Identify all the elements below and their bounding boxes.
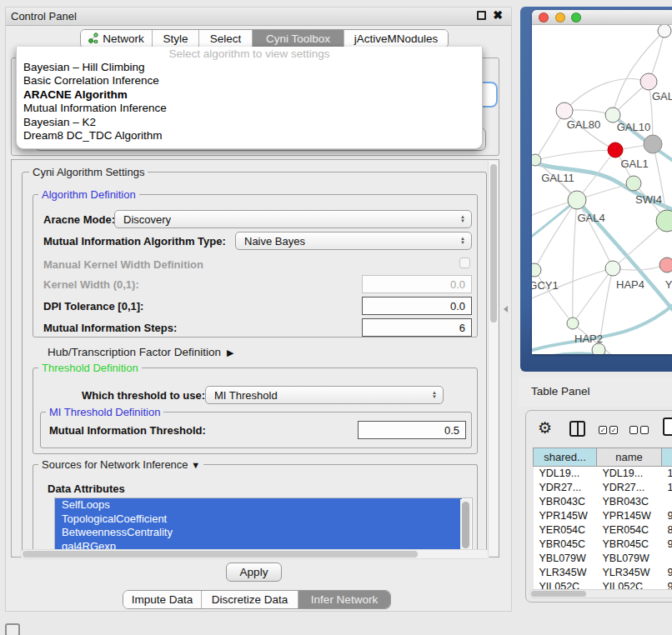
network-node[interactable] <box>608 142 623 158</box>
table-cell[interactable]: 12 <box>662 481 672 495</box>
network-node[interactable] <box>659 258 672 272</box>
sources-group-title[interactable]: Sources for Network Inference ▼ <box>38 458 203 471</box>
table-cell[interactable]: YDR27... <box>597 481 662 495</box>
tab-network[interactable]: Network <box>81 30 153 48</box>
network-canvas[interactable]: GALGAL80GAL10GAL1GAL11SWI4GAL4GCY1HAP4YH… <box>532 25 672 354</box>
table-column-header[interactable]: shared... <box>534 448 597 467</box>
attribute-list-item[interactable]: TopologicalCoefficient <box>55 512 462 527</box>
table-cell[interactable]: 13 <box>662 467 672 481</box>
algorithm-option[interactable]: Basic Correlation Inference <box>17 74 482 88</box>
table-cell[interactable]: YER054C <box>534 523 597 538</box>
gear-icon[interactable]: ⚙ <box>538 418 552 438</box>
attribute-list-item[interactable]: BetweennessCentrality <box>55 526 462 540</box>
mi-steps-input[interactable] <box>362 318 472 337</box>
table-cell[interactable]: YBR043C <box>597 495 662 509</box>
algorithm-option[interactable]: ARACNE Algorithm <box>17 88 482 102</box>
network-edge[interactable] <box>534 270 573 323</box>
table-cell[interactable]: 9. <box>662 566 672 580</box>
table-cell[interactable]: YBR045C <box>534 538 597 552</box>
table-horizontal-scrollbar[interactable] <box>529 589 672 598</box>
close-traffic-light-icon[interactable] <box>539 12 549 22</box>
network-node[interactable] <box>658 25 671 38</box>
table-cell[interactable]: YPR145W <box>534 509 597 523</box>
table-cell[interactable]: 9. <box>662 509 672 523</box>
kernel-width-input[interactable] <box>362 275 472 293</box>
tab-select[interactable]: Select <box>199 30 253 48</box>
network-node[interactable] <box>556 102 573 119</box>
table-row[interactable]: YPR145WYPR145W9. <box>534 509 672 523</box>
table-row[interactable]: YBL079WYBL079W <box>534 552 672 566</box>
table-row[interactable]: YDR27...YDR27...12 <box>534 481 672 495</box>
table-cell[interactable]: YBL079W <box>534 552 597 566</box>
table-cell[interactable]: YPR145W <box>597 509 662 523</box>
tab-infer-network[interactable]: Infer Network <box>298 591 390 608</box>
manual-kernel-width-checkbox[interactable] <box>459 258 470 268</box>
table-function-icon[interactable] <box>663 418 672 436</box>
which-threshold-combobox[interactable]: MI Threshold ▲▼ <box>205 386 444 404</box>
apply-button[interactable]: Apply <box>226 562 282 582</box>
table-cell[interactable]: YBL079W <box>597 552 662 566</box>
deselect-all-icon[interactable] <box>629 426 649 434</box>
table-cell[interactable]: 8. <box>662 523 672 538</box>
data-attributes-list[interactable]: SelfLoopsTopologicalCoefficientBetweenne… <box>54 498 473 552</box>
settings-vscroll-thumb[interactable] <box>490 164 497 322</box>
zoom-traffic-light-icon[interactable] <box>571 12 581 22</box>
algorithm-option[interactable]: Mutual Information Inference <box>17 102 482 115</box>
mi-threshold-input[interactable] <box>358 421 466 439</box>
table-cell[interactable]: YER054C <box>597 523 662 538</box>
table-cell[interactable] <box>662 552 672 566</box>
tab-style[interactable]: Style <box>153 30 199 48</box>
select-all-icon[interactable]: ✓ ✓ <box>599 426 618 434</box>
minimized-panel-icon[interactable] <box>5 623 20 635</box>
table-cell[interactable]: YLR345W <box>597 566 662 580</box>
network-node[interactable] <box>640 73 657 90</box>
algorithm-option[interactable]: Bayesian – K2 <box>17 116 482 129</box>
table-cell[interactable]: YDL19... <box>534 467 597 481</box>
network-node[interactable] <box>626 176 641 191</box>
table-cell[interactable]: YDL19... <box>597 467 662 481</box>
network-node[interactable] <box>532 263 541 277</box>
table-row[interactable]: YDL19...YDL19...13 <box>534 467 672 481</box>
table-cell[interactable]: YBR045C <box>597 538 662 552</box>
network-node[interactable] <box>605 261 620 276</box>
float-panel-icon[interactable] <box>477 11 486 20</box>
settings-hscroll-thumb[interactable] <box>23 551 418 558</box>
split-columns-icon[interactable] <box>569 421 585 437</box>
settings-vertical-scrollbar[interactable] <box>488 161 498 556</box>
network-edge[interactable] <box>540 353 672 354</box>
list-scrollbar-thumb[interactable] <box>462 502 469 548</box>
algorithm-option[interactable]: Bayesian – Hill Climbing <box>17 61 482 74</box>
network-node[interactable] <box>568 191 586 209</box>
attribute-list-item[interactable]: SelfLoops <box>55 498 462 512</box>
table-row[interactable]: YLR345WYLR345W9. <box>534 566 672 580</box>
tab-cyni-toolbox[interactable]: Cyni Toolbox <box>253 30 344 48</box>
algorithm-combobox-fragment[interactable] <box>480 82 498 108</box>
table-cell[interactable]: 9. <box>662 538 672 552</box>
tab-impute-data[interactable]: Impute Data <box>123 591 202 608</box>
splitter-collapse-icon[interactable] <box>504 306 508 312</box>
network-edge[interactable] <box>573 200 577 323</box>
algorithm-option[interactable]: Dream8 DC_TDC Algorithm <box>17 129 482 142</box>
network-node[interactable] <box>532 154 541 166</box>
table-row[interactable]: YBR045CYBR045C9. <box>534 538 672 552</box>
network-node[interactable] <box>644 135 662 153</box>
network-edge[interactable] <box>564 79 649 111</box>
hub-definition-expander[interactable]: Hub/Transcription Factor Definition ▶ <box>48 346 233 358</box>
dpi-tolerance-input[interactable] <box>362 297 472 315</box>
settings-horizontal-scrollbar[interactable] <box>20 549 490 559</box>
table-cell[interactable] <box>662 495 672 509</box>
network-window-titlebar[interactable] <box>532 10 672 25</box>
table-cell[interactable]: YLR345W <box>534 566 597 580</box>
table-row[interactable]: YER054CYER054C8. <box>534 523 672 538</box>
table-cell[interactable]: YDR27... <box>534 481 597 495</box>
list-vertical-scrollbar[interactable] <box>460 499 471 551</box>
table-column-header[interactable] <box>662 448 672 467</box>
network-edge[interactable] <box>534 200 577 270</box>
table-cell[interactable]: YBR043C <box>534 495 597 509</box>
table-row[interactable]: YBR043CYBR043C <box>534 495 672 509</box>
minimize-traffic-light-icon[interactable] <box>555 12 565 22</box>
close-panel-icon[interactable]: ✖ <box>493 11 503 20</box>
table-column-header[interactable]: name <box>597 448 662 467</box>
mi-algorithm-type-combobox[interactable]: Naive Bayes ▲▼ <box>235 232 472 250</box>
tab-jactivemnodules[interactable]: jActiveMNodules <box>344 30 448 48</box>
